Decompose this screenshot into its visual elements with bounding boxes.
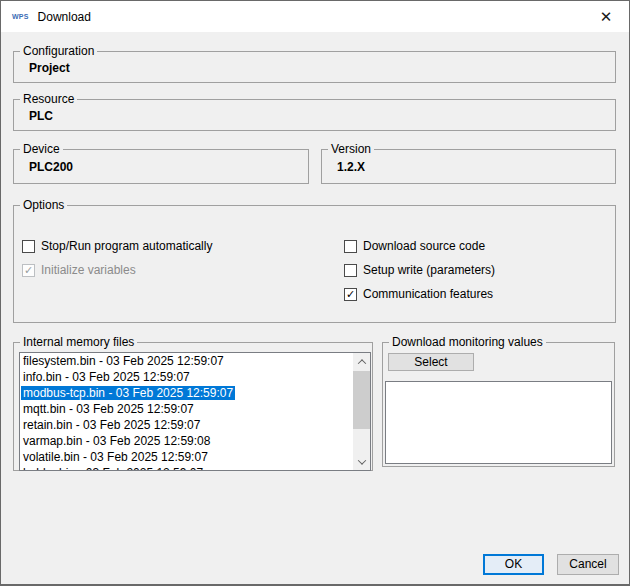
internal-memory-label: Internal memory files xyxy=(20,335,137,350)
version-value: 1.2.X xyxy=(337,160,365,174)
file-list-item[interactable]: ladder.bin - 03 Feb 2025 12:59:07 xyxy=(20,465,353,471)
initialize-variables-checkbox: ✓ xyxy=(22,264,35,277)
option-row: Download source code xyxy=(344,234,495,258)
option-label: Communication features xyxy=(363,287,493,301)
options-group: Options Stop/Run program automatically✓I… xyxy=(13,205,616,323)
ok-button[interactable]: OK xyxy=(483,554,544,575)
stop-run-program-automatically-checkbox[interactable] xyxy=(22,240,35,253)
configuration-label: Configuration xyxy=(20,44,97,59)
titlebar: WPS Download ✕ xyxy=(1,1,629,32)
file-list-item[interactable]: varmap.bin - 03 Feb 2025 12:59:08 xyxy=(20,433,353,449)
file-list: filesystem.bin - 03 Feb 2025 12:59:07inf… xyxy=(20,353,353,471)
communication-features-checkbox[interactable]: ✓ xyxy=(344,288,357,301)
file-list-item[interactable]: volatile.bin - 03 Feb 2025 12:59:07 xyxy=(20,449,353,465)
version-group: Version 1.2.X xyxy=(321,149,616,184)
vertical-scrollbar[interactable] xyxy=(353,353,370,470)
dialog-title: Download xyxy=(38,10,91,24)
option-row: Stop/Run program automatically xyxy=(22,234,212,258)
download-dialog: WPS Download ✕ Configuration Project Res… xyxy=(0,0,630,586)
monitoring-values-listbox[interactable] xyxy=(385,381,612,464)
resource-label: Resource xyxy=(20,92,77,107)
configuration-value: Project xyxy=(29,61,70,75)
setup-write-parameters-checkbox[interactable] xyxy=(344,264,357,277)
monitoring-group: Download monitoring values Select xyxy=(382,342,615,467)
resource-value: PLC xyxy=(29,109,53,123)
option-label: Stop/Run program automatically xyxy=(41,239,212,253)
device-group: Device PLC200 xyxy=(13,149,309,184)
file-list-item[interactable]: filesystem.bin - 03 Feb 2025 12:59:07 xyxy=(20,353,353,369)
scroll-down-icon[interactable] xyxy=(353,453,370,470)
select-button[interactable]: Select xyxy=(388,353,474,371)
option-label: Setup write (parameters) xyxy=(363,263,495,277)
device-value: PLC200 xyxy=(29,160,73,174)
configuration-group: Configuration Project xyxy=(13,51,616,83)
cancel-button[interactable]: Cancel xyxy=(557,554,619,575)
monitoring-label: Download monitoring values xyxy=(389,335,546,350)
scrollbar-thumb[interactable] xyxy=(353,371,370,429)
options-column-left: Stop/Run program automatically✓Initializ… xyxy=(22,234,212,282)
option-label: Initialize variables xyxy=(41,263,136,277)
file-list-item[interactable]: mqtt.bin - 03 Feb 2025 12:59:07 xyxy=(20,401,353,417)
option-row: ✓Initialize variables xyxy=(22,258,212,282)
option-label: Download source code xyxy=(363,239,485,253)
file-list-item[interactable]: retain.bin - 03 Feb 2025 12:59:07 xyxy=(20,417,353,433)
close-icon[interactable]: ✕ xyxy=(589,1,623,32)
file-list-item[interactable]: modbus-tcp.bin - 03 Feb 2025 12:59:07 xyxy=(20,385,353,401)
internal-memory-group: Internal memory files filesystem.bin - 0… xyxy=(13,342,373,471)
internal-memory-listbox: filesystem.bin - 03 Feb 2025 12:59:07inf… xyxy=(19,352,371,471)
file-list-item[interactable]: info.bin - 03 Feb 2025 12:59:07 xyxy=(20,369,353,385)
scroll-up-icon[interactable] xyxy=(353,353,370,370)
wps-app-icon: WPS xyxy=(12,13,29,20)
option-row: ✓Communication features xyxy=(344,282,495,306)
options-column-right: Download source codeSetup write (paramet… xyxy=(344,234,495,306)
version-label: Version xyxy=(328,142,374,157)
option-row: Setup write (parameters) xyxy=(344,258,495,282)
download-source-code-checkbox[interactable] xyxy=(344,240,357,253)
device-label: Device xyxy=(20,142,63,157)
options-label: Options xyxy=(20,198,67,213)
resource-group: Resource PLC xyxy=(13,99,616,131)
